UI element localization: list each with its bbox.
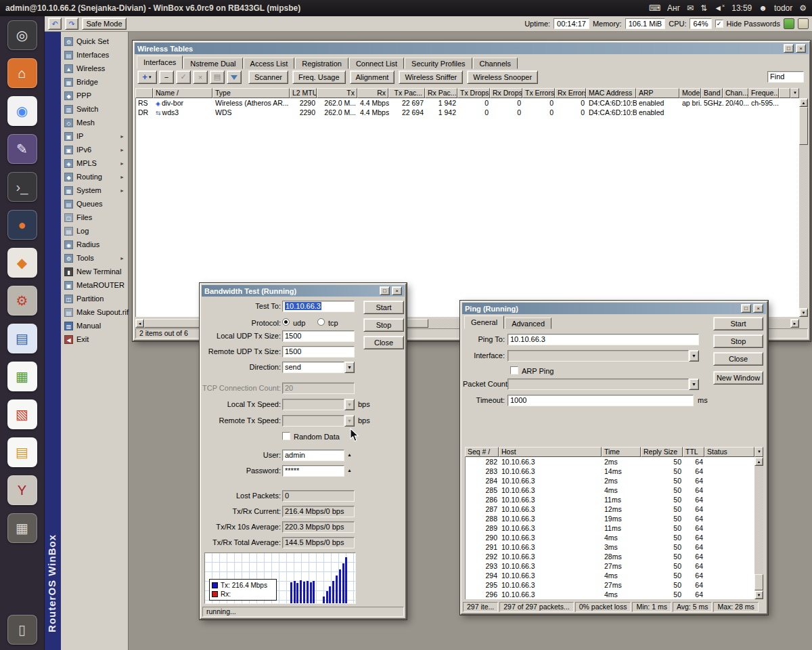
tab-general[interactable]: General [464,316,504,329]
sidebar-item-exit[interactable]: ◀Exit [61,332,128,346]
close-button[interactable]: × [753,304,763,313]
interface-select[interactable] [508,350,689,362]
close-button[interactable]: × [796,44,806,53]
wireless-table-row[interactable]: RS◈div-borWireless (Atheros AR...2290262… [136,98,799,108]
test-to-input[interactable]: 10.10.66.3 [282,301,355,312]
password-unset-icon[interactable]: ▲ [347,468,352,473]
column-header-ttl[interactable]: TTL [683,447,704,457]
maximize-button[interactable]: □ [784,44,794,53]
sidebar-item-metarouter[interactable]: ▣MetaROUTER [61,278,128,292]
keyboard-layout-indicator[interactable]: Анг [667,3,680,13]
sidebar-item-ip[interactable]: ▣IP► [61,129,128,143]
stop-button[interactable]: Stop [713,334,763,348]
launcher-chrome[interactable]: ◉ [7,96,37,126]
remote-udp-input[interactable]: 1500 [282,346,355,358]
launcher-home-folder[interactable]: ⌂ [7,58,37,88]
safe-mode-button[interactable]: Safe Mode [82,18,127,30]
maximize-button[interactable]: □ [741,304,751,313]
mail-icon[interactable]: ✉ [687,3,694,13]
disable-button[interactable]: × [193,70,208,84]
sidebar-item-routing[interactable]: ◆Routing► [61,170,128,183]
sidebar-item-tools[interactable]: ⚙Tools► [61,251,128,265]
direction-dropdown-icon[interactable]: ▼ [344,362,355,373]
launcher-software-center[interactable]: ◆ [7,248,37,278]
remove-button[interactable]: − [159,70,174,84]
column-chooser-button[interactable]: ▼ [790,88,799,98]
clock[interactable]: 13:59 [731,3,752,13]
sidebar-item-mpls[interactable]: ◈MPLS► [61,156,128,170]
scroll-thumb[interactable] [799,107,808,145]
hide-passwords-checkbox[interactable] [715,20,723,28]
tab-interfaces[interactable]: Interfaces [137,56,183,69]
timeout-input[interactable]: 1000 [508,395,694,406]
notes-icon[interactable] [798,18,809,29]
sidebar-item-partition[interactable]: ◫Partition [61,292,128,305]
launcher-document-viewer[interactable]: ▤ [7,324,37,353]
column-header-band[interactable]: Band [701,88,723,98]
ping-vscrollbar[interactable]: ▲ ▼ [754,457,763,599]
column-header-rx[interactable]: Rx [357,88,388,98]
packet-count-input[interactable] [508,378,689,390]
sidebar-item-files[interactable]: ▢Files [61,211,128,224]
launcher-firefox[interactable]: ● [7,210,37,240]
column-header-seq[interactable]: Seq # / [465,447,499,457]
bandwidth-titlebar[interactable]: Bandwidth Test (Running) □ × [202,285,405,297]
column-header-tx-errors[interactable]: Tx Errors [522,88,555,98]
column-header-host[interactable]: Host [499,447,602,457]
session-user[interactable]: todor [774,3,792,13]
sidebar-item-ppp[interactable]: ◆PPP [61,89,128,102]
sidebar-item-switch[interactable]: ▥Switch [61,102,128,116]
ping-table-row[interactable]: 28310.10.66.314ms5064 [466,467,754,476]
random-data-checkbox[interactable] [282,432,290,440]
column-header-time[interactable]: Time [602,447,641,457]
column-header-col[interactable] [135,88,153,98]
ping-to-input[interactable]: 10.10.66.3 [508,334,699,345]
ping-table-row[interactable]: 28710.10.66.312ms5064 [466,504,754,514]
launcher-libreoffice-writer[interactable]: ▤ [7,437,37,467]
start-button[interactable]: Start [363,301,404,314]
session-menu-icon[interactable]: ⚙ [799,3,807,13]
sidebar-item-quick-set[interactable]: ⚙Quick Set [61,35,128,48]
scroll-right-button[interactable]: ► [790,319,799,328]
launcher-trash[interactable]: ▯ [7,615,37,645]
add-button[interactable]: +▼ [137,70,157,84]
password-input[interactable]: ***** [282,465,344,477]
sidebar-item-radius[interactable]: ◉Radius [61,238,128,251]
scroll-down-button[interactable]: ▼ [799,308,808,317]
sidebar-item-bridge[interactable]: ▦Bridge [61,75,128,89]
user-input[interactable]: admin [282,450,344,461]
column-header-arp[interactable]: ARP [636,88,679,98]
ping-table-row[interactable]: 29110.10.66.33ms5064 [466,542,754,552]
sync-icon[interactable]: ⇅ [700,3,707,13]
udp-radio[interactable] [282,318,290,326]
tab-registration[interactable]: Registration [295,58,348,69]
sidebar-item-interfaces[interactable]: ▤Interfaces [61,48,128,62]
sidebar-item-manual[interactable]: ▥Manual [61,319,128,332]
comment-button[interactable]: ▤ [210,70,225,84]
button-scanner[interactable]: Scanner [248,70,288,84]
button-freq-usage[interactable]: Freq. Usage [292,70,346,84]
ping-table-row[interactable]: 29510.10.66.327ms5064 [466,580,754,590]
column-header-l2-mtu[interactable]: L2 MTU [290,88,317,98]
button-wireless-snooper[interactable]: Wireless Snooper [467,70,538,84]
tcp-radio[interactable] [317,318,325,326]
maximize-button[interactable]: □ [380,286,390,295]
start-button[interactable]: Start [713,317,763,330]
column-header-mac-address[interactable]: MAC Address [586,88,636,98]
launcher-terminal[interactable]: ›_ [7,172,37,202]
sidebar-item-queues[interactable]: ▤Queues [61,197,128,211]
scroll-thumb[interactable] [754,574,763,590]
column-header-tx[interactable]: Tx [317,88,357,98]
column-header-type[interactable]: Type [212,88,290,98]
packet-count-dropdown-icon[interactable]: ▼ [689,378,699,390]
arp-ping-checkbox[interactable] [510,366,518,374]
filter-button[interactable] [227,70,242,84]
user-unset-icon[interactable]: ▲ [347,452,352,457]
volume-muted-icon[interactable]: ◄× [714,3,725,13]
column-header-reply-size[interactable]: Reply Size [641,447,683,457]
ping-table-row[interactable]: 28910.10.66.311ms5064 [466,523,754,533]
find-input[interactable]: Find [767,71,804,83]
ping-table-row[interactable]: 28610.10.66.311ms5064 [466,495,754,504]
ping-titlebar[interactable]: Ping (Running) □ × [462,303,766,314]
ping-table-row[interactable]: 29610.10.66.34ms5064 [466,590,754,599]
